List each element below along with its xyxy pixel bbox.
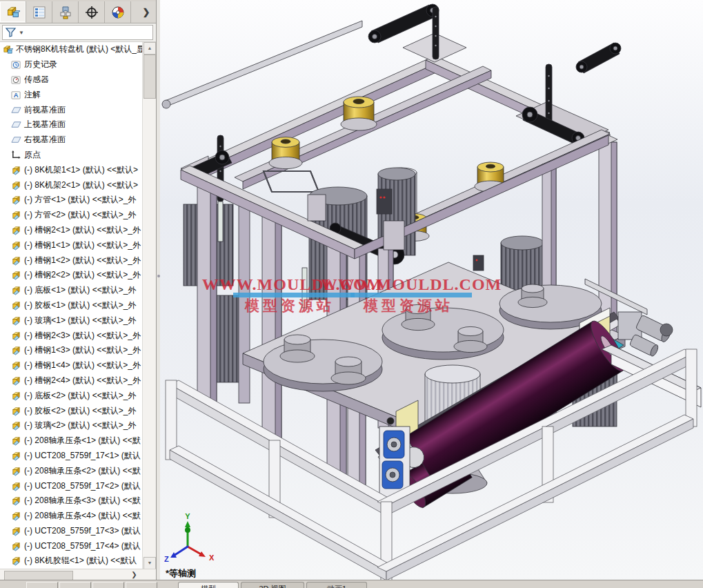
triad-z-label: Z	[164, 555, 169, 563]
tree-item[interactable]: (-) 8K机胶辊<1> (默认) <<默认	[0, 553, 142, 569]
tree-item[interactable]: (-) UCT208_5759f_17<2> (默认	[0, 478, 142, 493]
tree-item-label: 不锈钢8K机转盘机 (默认) <默认_显示	[16, 43, 142, 55]
tree-item-icon	[11, 391, 21, 401]
sheet-scroll-button[interactable]	[26, 582, 58, 588]
tree-item-label: (-) 槽钢1<3> (默认) <<默认>_外	[24, 344, 141, 356]
scroll-up-button[interactable]: ▲	[143, 42, 156, 55]
tab-configurationmanager[interactable]	[52, 1, 79, 23]
tree-item-icon	[11, 135, 21, 145]
tree-item-icon	[11, 496, 21, 506]
tree-item-icon	[11, 345, 21, 355]
bearing-block-uct208	[379, 418, 410, 498]
tree-item[interactable]: 上视基准面	[0, 117, 142, 133]
tree-item[interactable]: 注解	[0, 87, 142, 102]
tab-motion-study[interactable]: 动画1	[306, 582, 367, 588]
tree-item[interactable]: 历史记录	[0, 57, 142, 72]
bottom-tab-bar: 模型 3D 视图 动画1	[0, 580, 703, 588]
tab-displaymanager[interactable]	[105, 1, 131, 23]
displaymanager-icon	[111, 6, 125, 19]
tree-item[interactable]: (-) 槽钢1<3> (默认) <<默认>_外	[0, 343, 142, 358]
tree-item[interactable]: (-) UCT208_5759f_17<4> (默认	[0, 538, 142, 553]
tree-item-label: (-) UCT208_5759f_17<4> (默认	[24, 540, 141, 552]
vertical-scroll-thumb[interactable]	[143, 55, 156, 99]
tree-item[interactable]: (-) 胶板<1> (默认) <<默认>_外	[0, 298, 142, 313]
tree-item-icon	[11, 165, 21, 175]
scroll-down-button[interactable]: ▼	[143, 557, 156, 569]
tree-item[interactable]: (-) 8K机架1<1> (默认) <<默认>	[0, 162, 142, 177]
tree-item-label: 原点	[24, 149, 41, 161]
tree-item[interactable]: (-) 底板<1> (默认) <<默认>_外	[0, 283, 142, 298]
tree-vertical-scrollbar[interactable]: ▲ ▼	[142, 42, 156, 569]
sheet-scroll-button[interactable]	[92, 582, 124, 588]
feature-manager-panel: ❯ ▼ 不锈钢8K机转盘机 (默认) <默认_显示 历史记录	[0, 0, 156, 581]
filter-dropdown-caret[interactable]: ▼	[19, 30, 24, 36]
tree-item[interactable]: 前视基准面	[0, 102, 142, 117]
tree-item-icon	[11, 300, 21, 311]
tab-propertymanager[interactable]	[26, 1, 52, 23]
tree-item-label: (-) 方管<2> (默认) <<默认>_外	[24, 209, 136, 221]
tree-item-icon	[11, 406, 21, 416]
tree-item[interactable]: (-) 208轴承压条<3> (默认) <<默	[0, 493, 142, 509]
tree-item-label: (-) 槽钢1<2> (默认) <<默认>_外	[24, 255, 141, 266]
svg-text:模型资源站: 模型资源站	[244, 297, 335, 314]
tree-item[interactable]: (-) 槽钢2<3> (默认) <<默认>_外	[0, 328, 142, 343]
tree-item-icon	[11, 511, 21, 521]
tree-item-icon	[11, 481, 21, 491]
tree-item[interactable]: 右视基准面	[0, 133, 142, 148]
svg-text:WWW.MOULDL.COM: WWW.MOULDL.COM	[321, 275, 502, 293]
tree-item-label: (-) 底板<1> (默认) <<默认>_外	[24, 284, 136, 296]
tab-model[interactable]: 模型	[178, 582, 239, 588]
tab-strip-overflow-button[interactable]: ❯	[137, 1, 156, 23]
sheet-scroll-button[interactable]	[59, 582, 91, 588]
tree-item-label: (-) 底板<2> (默认) <<默认>_外	[24, 390, 136, 402]
tree-item-label: 传感器	[24, 74, 49, 86]
tree-filter-input[interactable]: ▼	[2, 25, 153, 40]
tree-item[interactable]: (-) 底板<2> (默认) <<默认>_外	[0, 388, 142, 403]
tree-item-icon	[11, 90, 21, 100]
tab-3d-views[interactable]: 3D 视图	[241, 582, 304, 588]
tab-featuremanager-tree[interactable]	[0, 1, 26, 23]
tree-item[interactable]: (-) 槽钢2<4> (默认) <<默认>_外	[0, 373, 142, 389]
tree-item-icon	[11, 556, 21, 566]
tree-item-icon	[11, 59, 21, 70]
tree-item-icon	[11, 435, 21, 446]
3d-model-canvas[interactable]: WWW.MOULDL.COM 模型资源站 WWW.MOULDL.COM 模型资源…	[160, 0, 703, 580]
tree-item-icon	[11, 331, 21, 341]
tree-item-icon	[11, 315, 21, 326]
tree-item[interactable]: (-) 槽钢1<4> (默认) <<默认>_外	[0, 358, 142, 373]
tree-item[interactable]: (-) 208轴承压条<4> (默认) <<默	[0, 509, 142, 524]
tree-item-label: 上视基准面	[24, 119, 66, 130]
tree-item[interactable]: (-) 208轴承压条<1> (默认) <<默	[0, 433, 142, 449]
tree-item[interactable]: 传感器	[0, 72, 142, 88]
tree-item[interactable]: (-) 槽钢1<1> (默认) <<默认>_外	[0, 237, 142, 253]
tree-item-icon	[11, 360, 21, 371]
tree-item[interactable]: (-) UCT208_5759f_17<1> (默认	[0, 449, 142, 464]
tree-item-icon	[11, 526, 21, 536]
tree-item[interactable]: 原点	[0, 148, 142, 163]
triad-x-label: X	[209, 553, 215, 562]
tree-item-label: (-) 8K机架2<1> (默认) <<默认>	[24, 179, 138, 191]
filter-funnel-icon	[5, 27, 17, 38]
tree-item[interactable]: (-) UCT208_5759f_17<3> (默认	[0, 524, 142, 539]
tree-item[interactable]: (-) 方管<1> (默认) <<默认>_外	[0, 193, 142, 208]
tree-item-icon	[11, 240, 21, 251]
tree-item[interactable]: (-) 玻璃<1> (默认) <<默认>_外	[0, 313, 142, 328]
tree-item[interactable]: (-) 方管<2> (默认) <<默认>_外	[0, 208, 142, 223]
tree-item[interactable]: (-) 胶板<2> (默认) <<默认>_外	[0, 403, 142, 418]
tree-item[interactable]: (-) 槽钢2<2> (默认) <<默认>_外	[0, 268, 142, 283]
tree-item-label: (-) 槽钢2<4> (默认) <<默认>_外	[24, 375, 141, 386]
tree-item-icon	[11, 180, 21, 190]
tree-item-label: (-) 胶板<2> (默认) <<默认>_外	[24, 405, 136, 417]
tree-item-icon	[11, 75, 21, 85]
tree-item[interactable]: (-) 208轴承压条<2> (默认) <<默	[0, 463, 142, 478]
sheet-scroll-button[interactable]	[126, 582, 157, 588]
configurationmanager-icon	[59, 6, 72, 19]
scroll-right-button[interactable]: ❯	[128, 570, 140, 580]
tree-item[interactable]: (-) 槽钢1<2> (默认) <<默认>_外	[0, 253, 142, 268]
tree-item[interactable]: (-) 玻璃<2> (默认) <<默认>_外	[0, 418, 142, 433]
tree-item[interactable]: 不锈钢8K机转盘机 (默认) <默认_显示	[0, 42, 142, 57]
tree-item[interactable]: (-) 8K机架2<1> (默认) <<默认>	[0, 177, 142, 193]
tab-dimxpertmanager[interactable]	[79, 1, 105, 23]
tree-item-label: (-) 8K机架1<1> (默认) <<默认>	[24, 164, 138, 176]
tree-item[interactable]: (-) 槽钢2<1> (默认) <<默认>_外	[0, 223, 142, 238]
